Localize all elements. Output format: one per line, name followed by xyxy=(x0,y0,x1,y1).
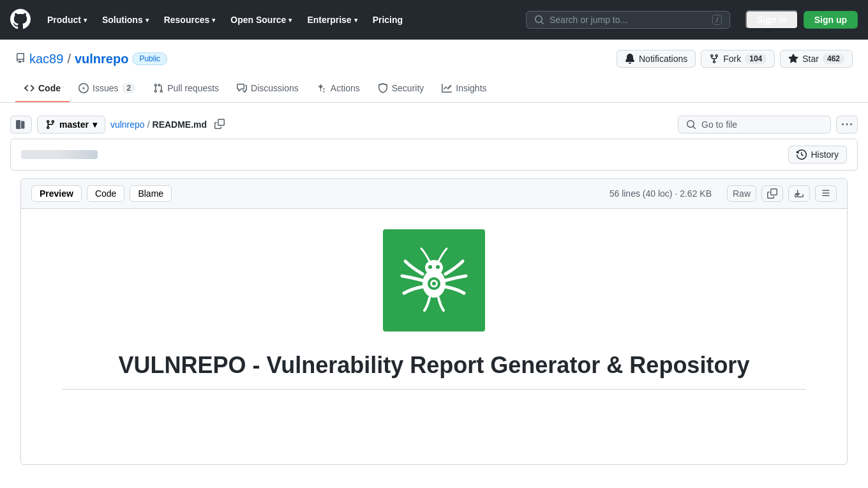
preview-tab[interactable]: Preview xyxy=(31,185,82,202)
star-label: Star xyxy=(802,54,819,64)
nav-open-source[interactable]: Open Source ▾ xyxy=(224,10,298,30)
breadcrumb-separator: / xyxy=(147,119,150,130)
branch-selector[interactable]: master ▾ xyxy=(37,116,105,133)
search-input[interactable] xyxy=(550,15,707,25)
fork-button[interactable]: Fork 104 xyxy=(701,50,775,68)
header-actions: Sign in Sign up xyxy=(745,10,858,29)
main-nav: Product ▾ Solutions ▾ Resources ▾ Open S… xyxy=(41,10,409,30)
fork-icon xyxy=(709,54,719,64)
more-icon xyxy=(842,119,852,130)
chevron-down-icon: ▾ xyxy=(288,17,292,24)
readme-logo-container xyxy=(62,229,806,332)
code-tab[interactable]: Code xyxy=(87,185,124,202)
nav-solutions[interactable]: Solutions ▾ xyxy=(96,10,155,30)
svg-point-1 xyxy=(425,260,443,275)
sidebar-icon xyxy=(16,119,26,130)
svg-point-4 xyxy=(432,282,436,286)
svg-point-5 xyxy=(428,265,432,269)
main-header: Product ▾ Solutions ▾ Resources ▾ Open S… xyxy=(0,0,868,40)
insights-icon xyxy=(442,83,452,93)
fork-label: Fork xyxy=(723,54,741,64)
search-icon xyxy=(686,119,696,130)
tab-insights-label: Insights xyxy=(456,83,486,93)
file-nav: master ▾ vulnrepo / README.md Go to file xyxy=(10,111,858,139)
readme-logo xyxy=(383,229,485,332)
nav-enterprise[interactable]: Enterprise ▾ xyxy=(301,10,363,30)
sign-up-button[interactable]: Sign up xyxy=(804,11,858,29)
discussions-icon xyxy=(237,83,247,93)
nav-pricing[interactable]: Pricing xyxy=(366,10,409,30)
go-to-file-label: Go to file xyxy=(701,119,737,130)
security-icon xyxy=(378,83,388,93)
tab-discussions[interactable]: Discussions xyxy=(228,75,308,102)
notifications-label: Notifications xyxy=(639,54,687,64)
file-toolbar: Raw xyxy=(727,185,837,202)
copy-icon xyxy=(767,188,777,199)
github-logo[interactable] xyxy=(10,9,31,31)
chevron-down-icon: ▾ xyxy=(212,17,215,24)
sign-in-button[interactable]: Sign in xyxy=(745,10,798,29)
tab-discussions-label: Discussions xyxy=(251,83,299,93)
chevron-down-icon: ▾ xyxy=(146,17,149,24)
star-button[interactable]: Star 462 xyxy=(780,50,853,68)
history-button[interactable]: History xyxy=(788,146,847,164)
fork-count: 104 xyxy=(745,54,767,64)
file-container: Preview Code Blame 56 lines (40 loc) · 2… xyxy=(20,178,848,465)
repo-name-link[interactable]: vulnrepo xyxy=(75,52,128,66)
tab-pull-requests[interactable]: Pull requests xyxy=(144,75,228,102)
issues-badge: 2 xyxy=(122,83,135,93)
history-label: History xyxy=(811,149,839,160)
repo-action-buttons: Notifications Fork 104 Star 462 xyxy=(617,50,853,68)
download-button[interactable] xyxy=(788,185,810,202)
file-commit-info: History xyxy=(10,139,858,171)
outline-icon xyxy=(821,188,831,199)
raw-button[interactable]: Raw xyxy=(727,185,756,202)
branch-chevron-icon: ▾ xyxy=(93,119,97,130)
repo-header: kac89 / vulnrepo Public Notifications Fo… xyxy=(0,40,868,103)
repo-icon xyxy=(15,53,26,65)
search-box[interactable]: / xyxy=(526,11,730,29)
issues-icon xyxy=(79,83,89,93)
tab-code[interactable]: Code xyxy=(15,75,70,102)
breadcrumb-file: README.md xyxy=(153,119,207,130)
tab-issues[interactable]: Issues 2 xyxy=(70,75,144,102)
chevron-down-icon: ▾ xyxy=(84,17,87,24)
nav-product[interactable]: Product ▾ xyxy=(41,10,93,30)
copy-path-button[interactable] xyxy=(212,116,227,133)
tab-security[interactable]: Security xyxy=(369,75,433,102)
logo-svg xyxy=(393,239,475,322)
tab-pr-label: Pull requests xyxy=(167,83,219,93)
readme-title: VULNREPO - Vulnerability Report Generato… xyxy=(62,352,806,379)
notifications-button[interactable]: Notifications xyxy=(617,50,696,68)
content-divider xyxy=(62,389,806,390)
copy-icon xyxy=(214,119,225,129)
tab-issues-label: Issues xyxy=(93,83,118,93)
tab-actions[interactable]: Actions xyxy=(308,75,369,102)
tab-actions-label: Actions xyxy=(331,83,360,93)
blame-tab[interactable]: Blame xyxy=(130,185,172,202)
star-icon xyxy=(788,54,798,64)
branch-icon xyxy=(45,119,56,130)
more-options-button[interactable] xyxy=(836,116,858,133)
commit-loading-bar xyxy=(21,150,98,159)
file-meta: 56 lines (40 loc) · 2.62 KB xyxy=(610,188,712,199)
breadcrumb: vulnrepo / README.md xyxy=(110,119,207,130)
sidebar-toggle-button[interactable] xyxy=(10,116,32,133)
tab-insights[interactable]: Insights xyxy=(433,75,495,102)
tab-code-label: Code xyxy=(38,83,61,93)
tab-security-label: Security xyxy=(392,83,424,93)
history-icon xyxy=(797,149,807,160)
search-shortcut: / xyxy=(712,15,722,25)
search-icon xyxy=(534,15,544,25)
copy-file-button[interactable] xyxy=(761,185,783,202)
repo-breadcrumb: kac89 / vulnrepo Public Notifications Fo… xyxy=(15,50,853,68)
breadcrumb-repo-link[interactable]: vulnrepo xyxy=(110,119,145,130)
branch-name: master xyxy=(59,119,89,130)
visibility-badge: Public xyxy=(132,52,167,65)
outline-button[interactable] xyxy=(815,185,837,202)
repo-owner-link[interactable]: kac89 xyxy=(29,52,63,66)
svg-point-6 xyxy=(436,265,440,269)
nav-resources[interactable]: Resources ▾ xyxy=(158,10,222,30)
go-to-file-search[interactable]: Go to file xyxy=(678,116,831,133)
actions-icon xyxy=(317,83,327,93)
